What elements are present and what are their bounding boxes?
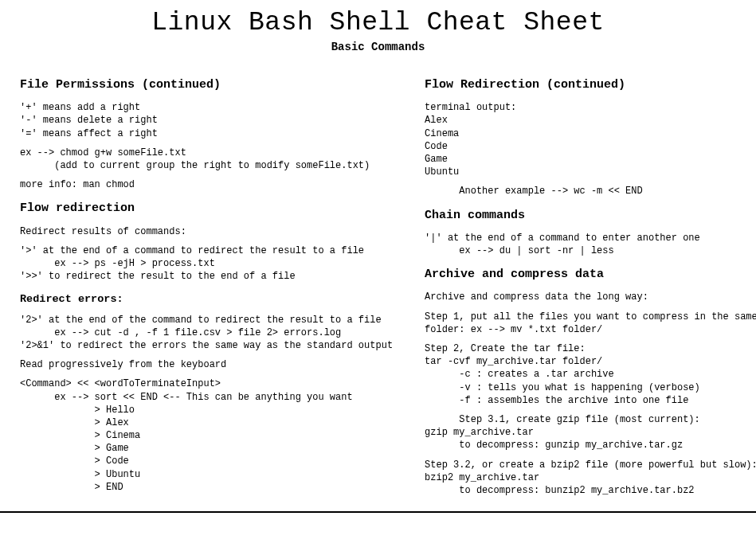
another-example: Another example --> wc -m << END <box>425 185 756 197</box>
archive-step31: Step 3.1, create gzip file (most current… <box>425 413 756 452</box>
redirect-errors-body: '2>' at the end of the command to redire… <box>20 314 393 353</box>
page-title: Linux Bash Shell Cheat Sheet <box>20 8 736 37</box>
section-file-permissions: File Permissions (continued) <box>20 77 393 93</box>
left-column: File Permissions (continued) '+' means a… <box>20 68 393 503</box>
redirect-results-intro: Redirect results of commands: <box>20 225 393 238</box>
archive-intro: Archive and compress data the long way: <box>425 291 756 303</box>
terminal-output: terminal output: Alex Cinema Code Game U… <box>425 101 756 178</box>
section-flow-redirection-cont: Flow Redirection (continued) <box>425 77 756 93</box>
file-permissions-more-info: more info: man chmod <box>20 178 393 191</box>
file-permissions-example: ex --> chmod g+w someFile.txt (add to cu… <box>20 147 393 172</box>
redirect-results-body: '>' at the end of a command to redirect … <box>20 244 393 283</box>
footer-divider <box>0 511 756 513</box>
archive-step32: Step 3.2, or create a bzip2 file (more p… <box>425 459 756 498</box>
subsection-redirect-errors: Redirect errors: <box>20 292 393 307</box>
archive-step2: Step 2, Create the tar file: tar -cvf my… <box>425 342 756 407</box>
right-column: Flow Redirection (continued) terminal ou… <box>425 68 756 503</box>
page-subtitle: Basic Commands <box>20 41 736 53</box>
section-chain-commands: Chain commands <box>425 208 756 224</box>
archive-step1: Step 1, put all the files you want to co… <box>425 311 756 336</box>
chain-commands-body: '|' at the end of a command to enter ano… <box>425 232 756 257</box>
file-permissions-symbols: '+' means add a right '-' means delete a… <box>20 101 393 140</box>
section-flow-redirection: Flow redirection <box>20 201 393 217</box>
page: Linux Bash Shell Cheat Sheet Basic Comma… <box>0 0 756 503</box>
read-keyboard-intro: Read progressively from the keyboard <box>20 358 393 371</box>
read-keyboard-example: <Command> << <wordToTerminateInput> ex -… <box>20 377 393 494</box>
section-archive-compress: Archive and compress data <box>425 267 756 283</box>
columns: File Permissions (continued) '+' means a… <box>20 68 736 503</box>
